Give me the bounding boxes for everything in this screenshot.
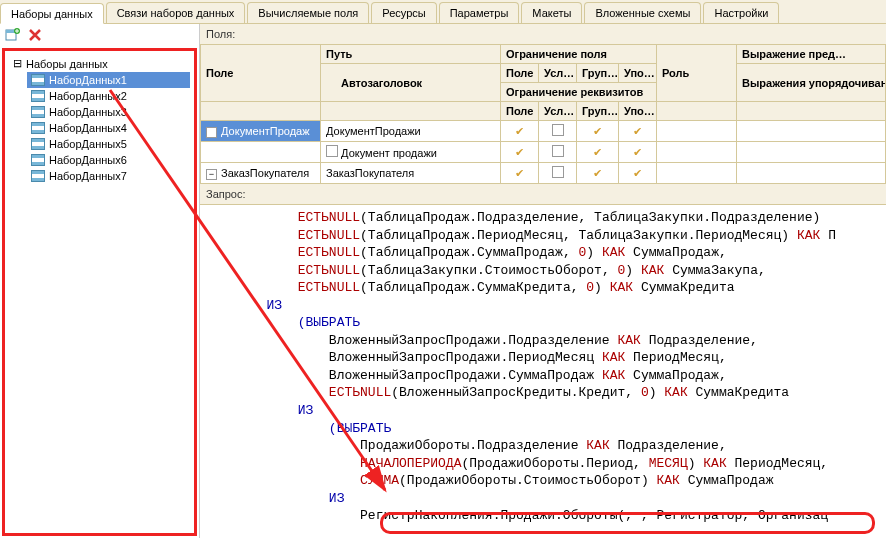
tab-calc[interactable]: Вычисляемые поля xyxy=(247,2,369,23)
th-expr[interactable]: Выражение пред… xyxy=(737,45,886,64)
table-icon xyxy=(31,138,45,150)
th-restr-field[interactable]: Ограничение поля xyxy=(501,45,657,64)
checkbox-empty-icon[interactable] xyxy=(552,124,564,136)
cell-check[interactable]: ✔ xyxy=(619,163,657,184)
th-restr-req[interactable]: Ограничение реквизитов xyxy=(501,83,657,102)
cell-check[interactable] xyxy=(539,163,577,184)
tree-root[interactable]: ⊟ Наборы данных xyxy=(9,55,190,72)
cell-check[interactable]: ✔ xyxy=(501,121,539,142)
th-autotitle[interactable]: Автозаголовок xyxy=(321,64,501,102)
table-icon xyxy=(31,170,45,182)
collapse-icon[interactable]: − xyxy=(206,169,217,180)
cell-check[interactable]: ✔ xyxy=(619,142,657,163)
th-field[interactable]: Поле xyxy=(201,45,321,102)
th-order[interactable]: Выражения упорядочивания xyxy=(737,64,886,102)
delete-dataset-icon[interactable] xyxy=(27,27,43,43)
th-grup1[interactable]: Груп… xyxy=(577,64,619,83)
cell-check[interactable] xyxy=(539,142,577,163)
tree-root-label: Наборы данных xyxy=(26,58,108,70)
checkbox-empty-icon[interactable] xyxy=(552,166,564,178)
tree-item-label: НаборДанных6 xyxy=(49,154,127,166)
cell-check[interactable]: ✔ xyxy=(619,121,657,142)
cell-path[interactable]: Документ продажи xyxy=(321,142,501,163)
tab-nested[interactable]: Вложенные схемы xyxy=(584,2,701,23)
tab-links[interactable]: Связи наборов данных xyxy=(106,2,246,23)
tab-resources[interactable]: Ресурсы xyxy=(371,2,436,23)
tree-toolbar xyxy=(0,24,199,46)
cell-field[interactable]: −ДокументПродаж xyxy=(201,121,321,142)
tree-item-label: НаборДанных1 xyxy=(49,74,127,86)
cell-field[interactable]: −ЗаказПокупателя xyxy=(201,163,321,184)
table-icon xyxy=(31,122,45,134)
collapse-icon[interactable]: − xyxy=(206,127,217,138)
tree-item-7[interactable]: НаборДанных7 xyxy=(27,168,190,184)
tree-item-5[interactable]: НаборДанных5 xyxy=(27,136,190,152)
th-role[interactable]: Роль xyxy=(657,45,737,102)
table-icon xyxy=(31,106,45,118)
tree-item-2[interactable]: НаборДанных2 xyxy=(27,88,190,104)
checkbox-empty-icon[interactable] xyxy=(552,145,564,157)
th-upo2[interactable]: Упо… xyxy=(619,102,657,121)
th-pole2[interactable]: Поле xyxy=(501,102,539,121)
cell-check[interactable]: ✔ xyxy=(501,142,539,163)
tree-item-6[interactable]: НаборДанных6 xyxy=(27,152,190,168)
table-icon xyxy=(31,74,45,86)
tree-item-label: НаборДанных5 xyxy=(49,138,127,150)
tree-item-label: НаборДанных7 xyxy=(49,170,127,182)
tree-item-1[interactable]: НаборДанных1 xyxy=(27,72,190,88)
table-icon xyxy=(31,90,45,102)
query-code[interactable]: ЕСТЬNULL(ТаблицаПродаж.Подразделение, Та… xyxy=(204,209,882,525)
tree-expand-icon: ⊟ xyxy=(13,57,22,70)
th-grup2[interactable]: Груп… xyxy=(577,102,619,121)
tab-layouts[interactable]: Макеты xyxy=(521,2,582,23)
tab-settings[interactable]: Настройки xyxy=(703,2,779,23)
add-dataset-icon[interactable] xyxy=(5,27,21,43)
cell-check[interactable] xyxy=(539,121,577,142)
query-area[interactable]: ЕСТЬNULL(ТаблицаПродаж.Подразделение, Та… xyxy=(200,204,886,538)
th-pole1[interactable]: Поле xyxy=(501,64,539,83)
th-usl2[interactable]: Усл… xyxy=(539,102,577,121)
th-usl1[interactable]: Усл… xyxy=(539,64,577,83)
main-tabs: Наборы данных Связи наборов данных Вычис… xyxy=(0,0,886,24)
tree-item-label: НаборДанных2 xyxy=(49,90,127,102)
cell-check[interactable]: ✔ xyxy=(577,163,619,184)
tab-datasets[interactable]: Наборы данных xyxy=(0,3,104,24)
th-path[interactable]: Путь xyxy=(321,45,501,64)
cell-check[interactable]: ✔ xyxy=(577,121,619,142)
tree-item-label: НаборДанных4 xyxy=(49,122,127,134)
datasets-tree: ⊟ Наборы данных НаборДанных1 НаборДанных… xyxy=(2,48,197,536)
cell-path[interactable]: ЗаказПокупателя xyxy=(321,163,501,184)
tab-params[interactable]: Параметры xyxy=(439,2,520,23)
table-icon xyxy=(31,154,45,166)
tree-item-label: НаборДанных3 xyxy=(49,106,127,118)
cell-check[interactable]: ✔ xyxy=(577,142,619,163)
fields-table: Поле Путь Ограничение поля Роль Выражени… xyxy=(200,44,886,184)
cell-path[interactable]: ДокументПродажи xyxy=(321,121,501,142)
tree-item-4[interactable]: НаборДанных4 xyxy=(27,120,190,136)
checkbox-empty-icon[interactable] xyxy=(326,145,338,157)
fields-label: Поля: xyxy=(200,24,886,44)
th-upo1[interactable]: Упо… xyxy=(619,64,657,83)
query-label: Запрос: xyxy=(200,184,886,204)
tree-item-3[interactable]: НаборДанных3 xyxy=(27,104,190,120)
cell-check[interactable]: ✔ xyxy=(501,163,539,184)
